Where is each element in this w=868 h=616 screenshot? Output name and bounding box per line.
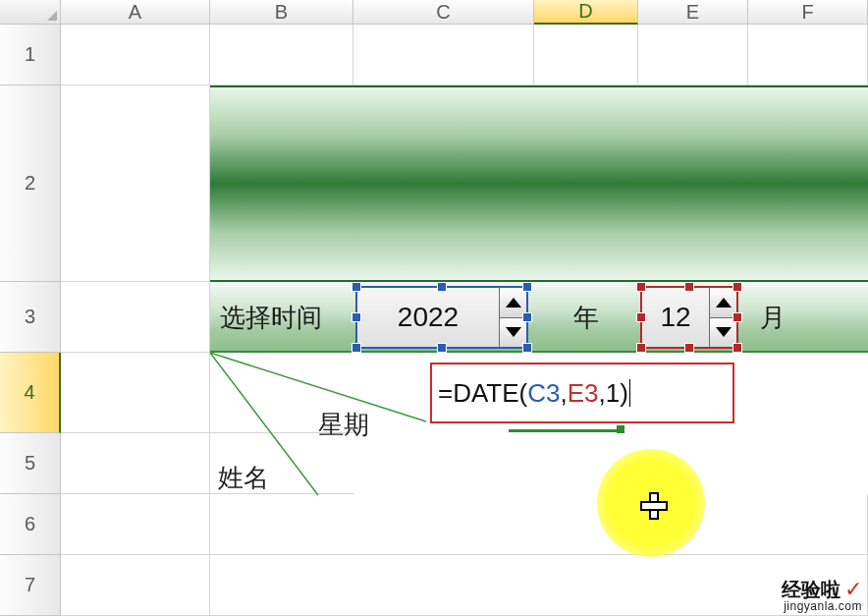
label-name: 姓名 <box>218 461 269 495</box>
chevron-up-icon <box>716 298 732 308</box>
year-spinner[interactable]: 2022 <box>355 286 528 349</box>
row-header-column: 1 2 3 4 5 6 7 <box>0 25 61 616</box>
cell-A7[interactable] <box>61 555 210 616</box>
col-header-D[interactable]: D <box>534 0 638 25</box>
chevron-down-icon <box>716 327 732 337</box>
select-all-corner[interactable] <box>0 0 61 25</box>
formula-ref-E3: E3 <box>568 378 599 409</box>
title-banner[interactable] <box>210 85 868 282</box>
cell-B1[interactable] <box>210 25 353 85</box>
cell-F1[interactable] <box>748 25 868 85</box>
cell-C1[interactable] <box>353 25 534 85</box>
row-header-7[interactable]: 7 <box>0 555 61 616</box>
cell-A2[interactable] <box>61 85 210 282</box>
row-header-5[interactable]: 5 <box>0 433 61 494</box>
active-cell-formula-editor[interactable]: =DATE(C3,E3,1) <box>430 363 734 423</box>
chevron-down-icon <box>506 327 521 337</box>
year-spinner-value: 2022 <box>357 288 499 347</box>
row-header-4[interactable]: 4 <box>0 353 61 433</box>
cell-A5[interactable] <box>61 433 210 494</box>
cell-row6[interactable] <box>210 494 868 555</box>
col-header-A[interactable]: A <box>61 0 210 25</box>
formula-suffix: ) <box>620 378 628 409</box>
cell-E1[interactable] <box>638 25 748 85</box>
month-spinner[interactable]: 12 <box>640 286 738 349</box>
formula-ref-C3: C3 <box>527 378 560 409</box>
cell-A6[interactable] <box>61 494 210 555</box>
watermark-url: jingyanla.com <box>782 600 862 612</box>
label-year-unit: 年 <box>534 282 638 353</box>
month-spinner-value: 12 <box>642 288 709 347</box>
cell-A3[interactable] <box>61 282 210 353</box>
row-header-2[interactable]: 2 <box>0 85 61 282</box>
label-weekday: 星期 <box>318 408 369 442</box>
spreadsheet-viewport: A B C D E F 1 2 3 4 5 6 7 选择 <box>0 0 868 616</box>
cell-grid: 选择时间 年 月 2022 12 <box>61 25 868 616</box>
cell-selection-cursor-icon <box>640 492 666 518</box>
cell-D1[interactable] <box>534 25 638 85</box>
col-header-F[interactable]: F <box>748 0 868 25</box>
formula-fn-prefix: =DATE( <box>438 378 527 409</box>
row-header-6[interactable]: 6 <box>0 494 61 555</box>
formula-arg3: 1 <box>606 378 620 409</box>
formula-comma2: , <box>599 378 606 409</box>
col-header-E[interactable]: E <box>638 0 748 25</box>
cell-row7[interactable] <box>210 555 868 616</box>
watermark: 经验啦 ✓ jingyanla.com <box>782 579 862 612</box>
check-icon: ✓ <box>844 577 862 601</box>
chevron-up-icon <box>506 298 521 308</box>
text-cursor <box>629 379 630 407</box>
cell-A1[interactable] <box>61 25 210 85</box>
label-select-time: 选择时间 <box>210 282 353 353</box>
col-header-C[interactable]: C <box>353 0 534 25</box>
cell-bottom-border-indicator <box>509 429 619 432</box>
column-header-row: A B C D E F <box>0 0 868 25</box>
label-month-unit: 月 <box>748 282 868 353</box>
watermark-text: 经验啦 <box>782 579 841 600</box>
cell-A4[interactable] <box>61 353 210 433</box>
row-header-1[interactable]: 1 <box>0 25 61 85</box>
formula-comma1: , <box>561 378 568 409</box>
col-header-B[interactable]: B <box>210 0 353 25</box>
fill-handle[interactable] <box>617 425 624 433</box>
row-header-3[interactable]: 3 <box>0 282 61 353</box>
